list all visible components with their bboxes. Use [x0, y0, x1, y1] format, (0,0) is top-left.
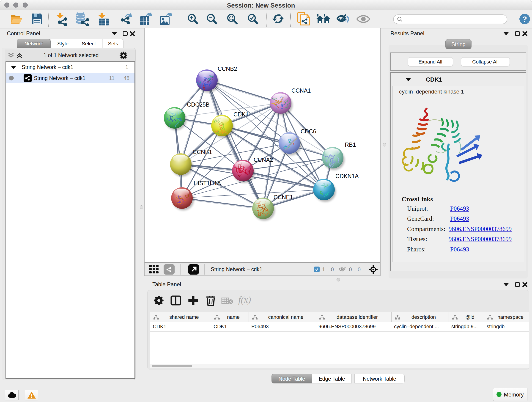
svg-text:CCNA2: CCNA2: [254, 157, 273, 163]
svg-text:CDK1: CDK1: [234, 111, 249, 118]
svg-text:CCNB2: CCNB2: [218, 65, 237, 72]
svg-text:CCNA1: CCNA1: [291, 87, 311, 94]
svg-text:CCNB1: CCNB1: [193, 149, 212, 155]
svg-text:HIST1H1A: HIST1H1A: [194, 180, 221, 186]
svg-text:CDC6: CDC6: [301, 128, 316, 134]
svg-text:CDKN1A: CDKN1A: [336, 173, 359, 179]
svg-text:CCNE1: CCNE1: [273, 194, 293, 200]
svg-text:CDC25B: CDC25B: [187, 101, 210, 108]
svg-text:RB1: RB1: [345, 141, 356, 148]
